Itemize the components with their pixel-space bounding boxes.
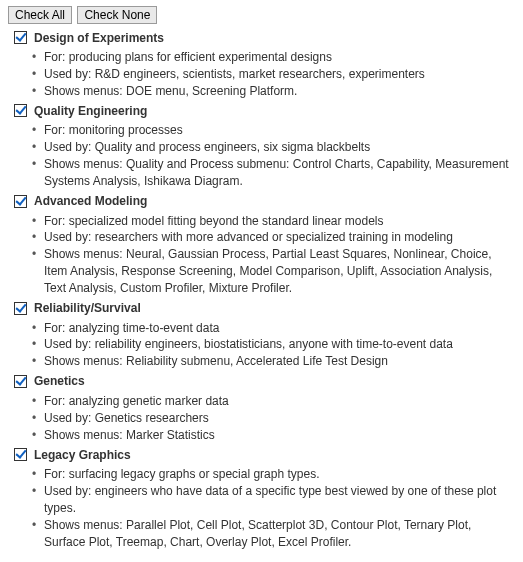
section-detail-for: For: producing plans for efficient exper… [32,49,515,66]
check-all-button[interactable]: Check All [8,6,72,24]
section-detail-used-by: Used by: reliability engineers, biostati… [32,336,515,353]
section-title: Quality Engineering [34,104,147,118]
section-checkbox-reliability-survival[interactable] [14,302,27,315]
check-none-button[interactable]: Check None [77,6,157,24]
section-design-of-experiments: Design of ExperimentsFor: producing plan… [10,28,515,99]
section-detail-for: For: monitoring processes [32,122,515,139]
section-legacy-graphics: Legacy GraphicsFor: surfacing legacy gra… [10,445,515,550]
section-title: Advanced Modeling [34,194,147,208]
section-detail-shows: Shows menus: Neural, Gaussian Process, P… [32,246,515,296]
section-checkbox-quality-engineering[interactable] [14,104,27,117]
section-detail-used-by: Used by: researchers with more advanced … [32,229,515,246]
section-title: Design of Experiments [34,31,164,45]
section-checkbox-advanced-modeling[interactable] [14,195,27,208]
section-title: Genetics [34,374,85,388]
section-checkbox-design-of-experiments[interactable] [14,31,27,44]
section-detail-shows: Shows menus: Quality and Process submenu… [32,156,515,190]
section-reliability-survival: Reliability/SurvivalFor: analyzing time-… [10,299,515,370]
section-advanced-modeling: Advanced ModelingFor: specialized model … [10,192,515,297]
section-detail-for: For: surfacing legacy graphs or special … [32,466,515,483]
section-detail-for: For: analyzing genetic marker data [32,393,515,410]
section-title: Reliability/Survival [34,301,141,315]
section-detail-shows: Shows menus: Parallel Plot, Cell Plot, S… [32,517,515,551]
section-quality-engineering: Quality EngineeringFor: monitoring proce… [10,101,515,189]
section-detail-shows: Shows menus: DOE menu, Screening Platfor… [32,83,515,100]
section-detail-used-by: Used by: R&D engineers, scientists, mark… [32,66,515,83]
section-title: Legacy Graphics [34,448,131,462]
section-detail-used-by: Used by: Quality and process engineers, … [32,139,515,156]
section-detail-shows: Shows menus: Marker Statistics [32,427,515,444]
section-detail-shows: Shows menus: Reliability submenu, Accele… [32,353,515,370]
section-detail-used-by: Used by: engineers who have data of a sp… [32,483,515,517]
section-detail-for: For: analyzing time-to-event data [32,320,515,337]
section-detail-for: For: specialized model fitting beyond th… [32,213,515,230]
section-checkbox-legacy-graphics[interactable] [14,448,27,461]
section-genetics: GeneticsFor: analyzing genetic marker da… [10,372,515,443]
section-detail-used-by: Used by: Genetics researchers [32,410,515,427]
section-checkbox-genetics[interactable] [14,375,27,388]
